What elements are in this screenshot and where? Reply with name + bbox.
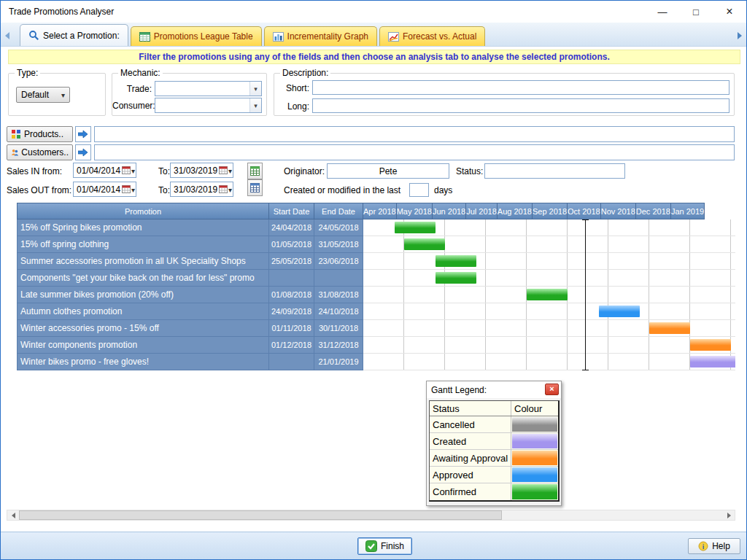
tab-scroll-left-icon[interactable] — [5, 32, 9, 39]
scrollbar-thumb[interactable] — [19, 510, 502, 520]
gantt-row[interactable]: Winter components promotion01/12/201831/… — [17, 337, 735, 354]
description-group: Description: Short: Long: — [274, 73, 735, 116]
type-dropdown-value: Default — [21, 90, 49, 100]
help-button-label: Help — [712, 541, 730, 551]
legend-colour-column-header: Colour — [511, 401, 558, 416]
gantt-row[interactable]: Summer accessories promotion in all UK S… — [17, 253, 735, 270]
legend-close-button[interactable]: × — [545, 384, 559, 395]
long-description-input[interactable] — [312, 98, 729, 113]
gantt-column-header-promotion[interactable]: Promotion — [17, 203, 269, 219]
sales-out-from-calendar-button[interactable] — [120, 182, 136, 196]
promotion-start-date-cell: 01/05/2018 — [269, 236, 314, 253]
products-button[interactable]: Products.. — [7, 126, 73, 142]
calendar-icon — [219, 166, 228, 174]
forecast-icon — [388, 32, 399, 42]
blue-arrow-icon — [78, 148, 88, 157]
products-button-label: Products.. — [24, 129, 63, 139]
info-banner: Filter the promotions using any of the f… — [8, 50, 740, 64]
maximize-button[interactable]: □ — [679, 1, 713, 23]
help-button[interactable]: i Help — [688, 538, 740, 554]
gantt-row-timeline — [363, 354, 735, 370]
gantt-body: 15% off Spring bikes promotion24/04/2018… — [17, 219, 735, 370]
legend-colour-cell — [511, 483, 558, 500]
status-input[interactable] — [484, 163, 625, 179]
gantt-row[interactable]: Winter accessories promo - 15% off01/11/… — [17, 320, 735, 337]
days-input[interactable] — [409, 183, 429, 197]
calendar-grid-button-top[interactable] — [247, 163, 263, 179]
products-go-button[interactable] — [75, 126, 91, 142]
scrollbar-right-button[interactable] — [723, 510, 735, 520]
calendar-icon — [122, 166, 131, 174]
legend-colour-swatch-confirmed — [512, 484, 557, 499]
promotion-name-cell: 15% off spring clothing — [17, 236, 269, 253]
legend-status-label: Approved — [430, 467, 511, 483]
gantt-header-row: PromotionStart DateEnd DateApr 2018May 2… — [17, 203, 735, 219]
legend-colour-cell — [511, 467, 558, 483]
calendar-icon — [122, 185, 131, 193]
promotion-name-cell: Components "get your bike back on the ro… — [17, 270, 269, 287]
customers-button[interactable]: Customers.. — [7, 144, 73, 160]
short-description-input[interactable] — [312, 80, 729, 95]
gantt-bar-confirmed — [527, 289, 568, 300]
gantt-row[interactable]: 15% off spring clothing01/05/201831/05/2… — [17, 236, 735, 253]
sales-out-to-datepicker[interactable]: 31/03/2019 — [170, 182, 233, 197]
gantt-column-header-end-date[interactable]: End Date — [314, 203, 363, 219]
sales-in-to-calendar-button[interactable] — [217, 163, 233, 177]
promotion-end-date-cell: 21/01/2019 — [314, 354, 363, 370]
promotion-end-date-cell — [314, 270, 363, 287]
gantt-row-timeline — [363, 320, 735, 337]
tab-forecast-vs-actual[interactable]: Forecast vs. Actual — [379, 26, 485, 46]
gantt-table: PromotionStart DateEnd DateApr 2018May 2… — [17, 203, 735, 371]
type-dropdown[interactable]: Default — [16, 87, 70, 103]
mechanic-group-label: Mechanic: — [118, 68, 163, 78]
gantt-month-header: Jul 2018 — [466, 203, 498, 219]
promotion-end-date-cell: 24/05/2018 — [314, 219, 363, 236]
tab-promotions-league-table[interactable]: Promotions League Table — [131, 26, 262, 46]
customers-input[interactable] — [94, 144, 735, 160]
close-button[interactable]: × — [713, 1, 746, 23]
gantt-row[interactable]: Winter bikes promo - free gloves!21/01/2… — [17, 354, 735, 370]
gantt-row[interactable]: Late summer bikes promotion (20% off)01/… — [17, 287, 735, 303]
gantt-month-header: Dec 2018 — [636, 203, 671, 219]
gantt-bar-created — [690, 356, 735, 368]
tab-scroll-right-icon[interactable] — [738, 32, 742, 39]
consumer-combobox[interactable] — [155, 98, 262, 113]
promotion-end-date-cell: 23/06/2018 — [314, 253, 363, 270]
legend-status-label: Cancelled — [430, 416, 511, 432]
legend-colour-swatch-awaiting — [512, 451, 557, 465]
gantt-row[interactable]: Components "get your bike back on the ro… — [17, 270, 735, 287]
gantt-bar-awaiting — [649, 322, 690, 334]
products-input[interactable] — [94, 126, 735, 142]
sales-in-from-calendar-button[interactable] — [120, 163, 136, 177]
scrollbar-left-button[interactable] — [7, 510, 19, 520]
gantt-row[interactable]: Autumn clothes promotion24/09/201824/10/… — [17, 303, 735, 320]
gantt-month-header: Aug 2018 — [498, 203, 533, 219]
customers-go-button[interactable] — [75, 144, 91, 160]
calendar-grid-button-bottom[interactable] — [247, 179, 263, 196]
minimize-button[interactable]: — — [646, 1, 679, 23]
gantt-row[interactable]: 15% off Spring bikes promotion24/04/2018… — [17, 219, 735, 236]
sales-out-from-datepicker[interactable]: 01/04/2014 — [73, 182, 136, 197]
tab-select-a-promotion[interactable]: Select a Promotion: — [20, 24, 128, 46]
gantt-column-header-start-date[interactable]: Start Date — [269, 203, 314, 219]
legend-rows: CancelledCreatedAwaiting ApprovalApprove… — [430, 416, 558, 500]
tab-label: Incrementality Graph — [287, 31, 368, 42]
legend-status-label: Awaiting Approval — [430, 450, 511, 466]
sales-in-from-datepicker[interactable]: 01/04/2014 — [73, 163, 136, 178]
promotion-name-cell: 15% off Spring bikes promotion — [17, 219, 269, 236]
sales-in-from-label: Sales IN from: — [7, 166, 62, 176]
originator-input[interactable] — [327, 163, 449, 179]
long-label: Long: — [280, 101, 309, 112]
promotion-name-cell: Summer accessories promotion in all UK S… — [17, 253, 269, 270]
sales-out-to-calendar-button[interactable] — [217, 182, 233, 196]
tab-strip: Select a Promotion:Promotions League Tab… — [1, 23, 746, 47]
promotion-name-cell: Winter components promotion — [17, 337, 269, 354]
finish-button-label: Finish — [381, 541, 404, 551]
legend-row-created: Created — [430, 433, 558, 450]
type-group-label: Type: — [15, 68, 40, 78]
trade-combobox[interactable] — [155, 81, 262, 96]
tab-incrementality-graph[interactable]: Incrementality Graph — [264, 26, 377, 46]
sales-in-to-datepicker[interactable]: 31/03/2019 — [170, 163, 233, 178]
finish-button[interactable]: Finish — [357, 537, 412, 555]
sales-out-to-label: To: — [158, 185, 170, 195]
